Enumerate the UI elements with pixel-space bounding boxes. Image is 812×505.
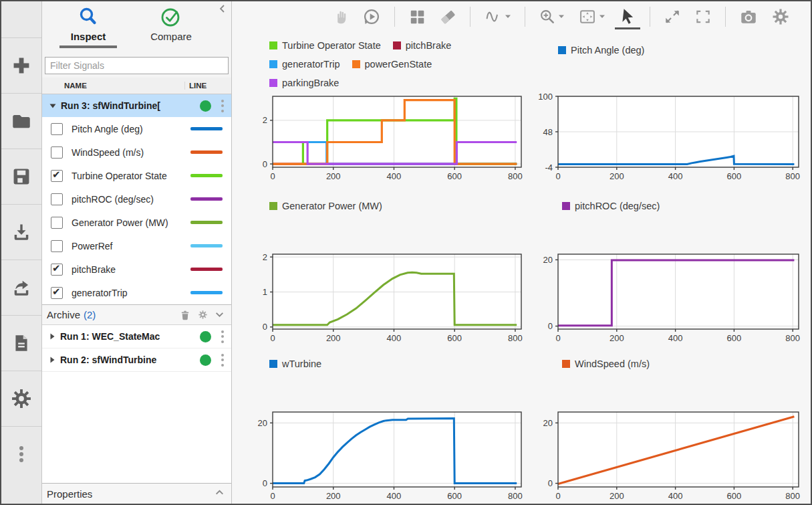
signal-panel: Inspect Compare NAME LINE Run 3: sfWindT… xyxy=(42,1,232,504)
x-tick-label: 600 xyxy=(447,491,462,501)
filter-area xyxy=(42,54,231,78)
run-menu-kebab[interactable] xyxy=(218,354,227,367)
signal-checkbox[interactable] xyxy=(51,217,63,229)
signal-row[interactable]: pitchROC (deg/sec) xyxy=(42,187,231,211)
y-tick-label: -4 xyxy=(545,163,553,173)
collapse-panel-button[interactable] xyxy=(218,4,227,16)
signal-checkbox[interactable] xyxy=(51,287,63,299)
line-style-swatch[interactable] xyxy=(190,268,223,271)
expand-button[interactable] xyxy=(664,8,681,25)
toolbar-separator xyxy=(725,7,726,27)
line-style-swatch[interactable] xyxy=(190,197,223,201)
hand-pause-button[interactable] xyxy=(333,8,349,25)
signal-row[interactable]: Generator Power (MW) xyxy=(42,211,231,234)
signal-checkbox[interactable] xyxy=(51,193,63,205)
more-kebab-icon xyxy=(12,444,31,464)
signal-row[interactable]: pitchBrake xyxy=(42,258,231,281)
eraser-button[interactable] xyxy=(439,8,456,25)
y-tick-label: 0 xyxy=(263,322,267,332)
selected-tool-underline xyxy=(615,27,640,29)
line-style-swatch[interactable] xyxy=(190,221,223,224)
layout-grid-button[interactable] xyxy=(408,8,426,25)
run-row-selected[interactable]: Run 3: sfWindTurbine[ xyxy=(42,94,231,117)
signal-checkbox[interactable] xyxy=(51,264,63,276)
plot-legend: Generator Power (MW) xyxy=(269,199,502,213)
line-style-swatch[interactable] xyxy=(190,150,223,154)
export-button[interactable] xyxy=(1,260,41,316)
plot-box[interactable] xyxy=(558,254,799,329)
line-style-swatch[interactable] xyxy=(190,244,223,247)
run-status-dot xyxy=(200,100,211,112)
signal-row[interactable]: WindSpeed (m/s) xyxy=(42,140,231,164)
signal-name: Turbine Operator State xyxy=(72,171,190,181)
line-style-swatch[interactable] xyxy=(190,174,223,177)
add-icon xyxy=(11,55,32,76)
plot-box[interactable] xyxy=(273,96,521,167)
archive-run-row[interactable]: Run 2: sfWindTurbine xyxy=(42,348,231,372)
replay-button[interactable] xyxy=(362,7,381,26)
open-folder-icon xyxy=(10,110,33,132)
archive-delete-button[interactable] xyxy=(179,309,191,321)
save-button[interactable] xyxy=(1,149,41,205)
x-tick-label: 0 xyxy=(555,171,560,181)
legend-item: generatorTrip xyxy=(269,57,340,71)
plot-legend: WindSpeed (m/s) xyxy=(562,357,803,371)
plot-box[interactable] xyxy=(273,412,521,487)
run-menu-kebab[interactable] xyxy=(218,330,227,343)
signal-wave-button[interactable] xyxy=(484,7,511,26)
y-tick-label: 0 xyxy=(548,478,553,488)
import-button[interactable] xyxy=(1,205,41,260)
signal-checkbox[interactable] xyxy=(51,146,63,159)
plot-settings-button[interactable] xyxy=(771,7,790,26)
plot-box[interactable] xyxy=(273,254,521,329)
signal-checkbox[interactable] xyxy=(51,123,63,135)
signal-row[interactable]: PowerRef xyxy=(42,234,231,258)
properties-collapse-button[interactable] xyxy=(215,488,225,500)
layout-grid-icon xyxy=(408,8,426,25)
pointer-tool-button[interactable] xyxy=(619,7,636,27)
fullscreen-button[interactable] xyxy=(694,8,712,25)
zoom-in-button[interactable] xyxy=(539,8,565,25)
y-tick-label: 2 xyxy=(263,115,267,125)
signal-checkbox[interactable] xyxy=(51,240,63,252)
save-icon xyxy=(11,166,32,187)
preferences-button[interactable] xyxy=(1,371,41,427)
gear-icon xyxy=(198,310,208,320)
properties-bar[interactable]: Properties xyxy=(42,483,231,504)
snapshot-button[interactable] xyxy=(739,7,758,26)
legend-item: powerGenState xyxy=(352,57,432,71)
fit-to-view-button[interactable] xyxy=(578,7,605,26)
x-tick-label: 600 xyxy=(447,333,462,343)
run-menu-kebab[interactable] xyxy=(218,100,227,112)
report-button[interactable] xyxy=(1,316,41,371)
signal-row[interactable]: Turbine Operator State xyxy=(42,164,231,187)
legend-label: parkingBrake xyxy=(282,78,339,88)
signal-row[interactable]: generatorTrip xyxy=(42,281,231,304)
legend-item: WindSpeed (m/s) xyxy=(562,357,650,371)
archive-run-row[interactable]: Run 1: WEC_StateMac xyxy=(42,325,231,348)
triangle-down-icon[interactable] xyxy=(49,102,57,110)
add-button[interactable] xyxy=(1,38,41,94)
left-icon-strip xyxy=(1,1,42,504)
tab-inspect[interactable]: Inspect xyxy=(51,5,125,48)
archive-collapse-button[interactable] xyxy=(215,310,225,320)
x-tick-label: 800 xyxy=(785,333,800,343)
toolbar-separator xyxy=(470,7,470,27)
tab-compare[interactable]: Compare xyxy=(134,5,208,42)
triangle-right-icon[interactable] xyxy=(49,356,55,364)
signal-row[interactable]: Pitch Angle (deg) xyxy=(42,117,231,140)
open-button[interactable] xyxy=(1,94,41,149)
x-tick-label: 200 xyxy=(610,491,624,501)
archive-settings-button[interactable] xyxy=(198,310,208,320)
line-style-swatch[interactable] xyxy=(190,127,223,130)
x-tick-label: 600 xyxy=(727,171,742,181)
triangle-right-icon[interactable] xyxy=(49,332,55,340)
more-button[interactable] xyxy=(1,427,41,482)
export-icon xyxy=(11,277,32,298)
run-status-dot xyxy=(200,355,211,366)
line-style-swatch[interactable] xyxy=(190,291,223,294)
x-tick-label: 0 xyxy=(270,171,275,181)
filter-signals-input[interactable] xyxy=(45,57,229,74)
signal-checkbox[interactable] xyxy=(51,170,63,182)
legend-item: Pitch Angle (deg) xyxy=(558,43,644,57)
